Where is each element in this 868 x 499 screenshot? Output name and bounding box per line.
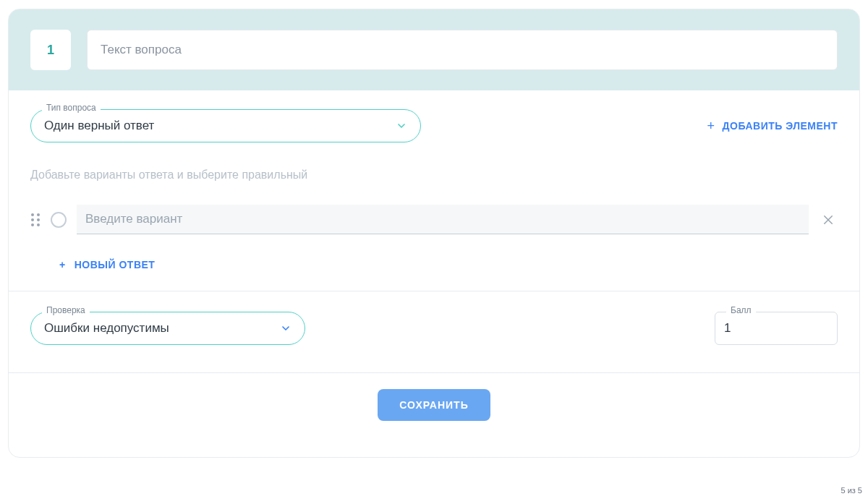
plus-icon: + xyxy=(59,259,66,270)
chevron-down-icon xyxy=(396,120,407,132)
new-answer-button[interactable]: + НОВЫЙ ОТВЕТ xyxy=(59,259,155,270)
check-select[interactable]: Ошибки недопустимы xyxy=(30,312,305,345)
question-header: 1 xyxy=(9,9,859,90)
question-editor-card: 1 Тип вопроса Один верный ответ + ДОБАВИ… xyxy=(8,9,860,458)
answer-row xyxy=(30,205,838,234)
save-button[interactable]: СОХРАНИТЬ xyxy=(378,389,490,421)
question-type-value: Один верный ответ xyxy=(44,119,154,133)
correct-answer-radio[interactable] xyxy=(51,212,67,228)
check-label: Проверка xyxy=(42,305,90,315)
svg-point-4 xyxy=(31,223,34,226)
check-field: Проверка Ошибки недопустимы xyxy=(30,312,305,345)
question-number-badge: 1 xyxy=(30,30,71,70)
svg-point-2 xyxy=(31,218,34,221)
answers-hint: Добавьте варианты ответа и выберите прав… xyxy=(30,169,838,182)
save-label: СОХРАНИТЬ xyxy=(399,399,468,411)
score-field: Балл xyxy=(715,312,838,345)
question-type-select[interactable]: Один верный ответ xyxy=(30,109,421,142)
score-label: Балл xyxy=(726,305,756,315)
question-body: Тип вопроса Один верный ответ + ДОБАВИТЬ… xyxy=(9,90,859,457)
svg-point-3 xyxy=(37,218,40,221)
svg-point-5 xyxy=(37,223,40,226)
add-element-button[interactable]: + ДОБАВИТЬ ЭЛЕМЕНТ xyxy=(707,119,838,134)
remove-answer-button[interactable] xyxy=(819,210,838,229)
svg-point-1 xyxy=(37,213,40,216)
new-answer-label: НОВЫЙ ОТВЕТ xyxy=(75,259,156,270)
plus-icon: + xyxy=(707,119,715,134)
svg-point-0 xyxy=(31,213,34,216)
question-type-label: Тип вопроса xyxy=(42,103,101,113)
check-score-row: Проверка Ошибки недопустимы Балл xyxy=(30,312,838,345)
question-number: 1 xyxy=(47,43,54,58)
question-type-field: Тип вопроса Один верный ответ xyxy=(30,109,421,142)
question-text-input[interactable] xyxy=(87,30,838,70)
answer-variant-input[interactable] xyxy=(77,205,809,234)
chevron-down-icon xyxy=(280,323,292,334)
add-element-label: ДОБАВИТЬ ЭЛЕМЕНТ xyxy=(723,120,838,132)
score-input[interactable] xyxy=(715,312,838,345)
check-value: Ошибки недопустимы xyxy=(44,321,169,336)
type-row: Тип вопроса Один верный ответ + ДОБАВИТЬ… xyxy=(30,109,838,142)
divider xyxy=(9,291,859,291)
page-indicator: 5 из 5 xyxy=(841,486,862,495)
footer: СОХРАНИТЬ xyxy=(30,373,838,441)
drag-handle-icon[interactable] xyxy=(30,213,41,227)
